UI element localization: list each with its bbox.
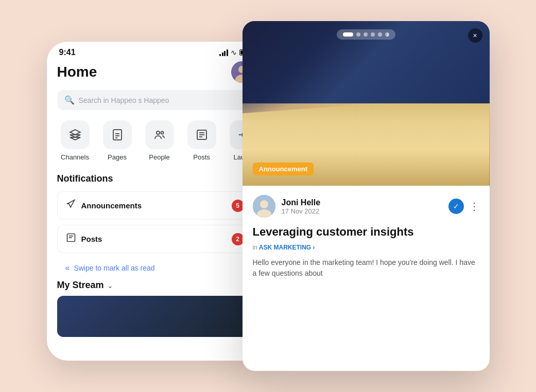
card-actions: ✓ ⋮ [448,199,479,214]
quick-links: Channels Pages [57,120,253,161]
dot-2 [356,32,360,37]
channels-label: Channels [61,153,89,161]
dot-5 [378,32,382,37]
page-title: Home [57,64,97,80]
dot-1 [343,32,353,37]
search-placeholder: Search in Happeo s Happeo [79,96,169,104]
quick-link-people[interactable]: People [142,120,178,161]
svg-point-25 [260,200,268,208]
posts-label: Posts [193,153,210,161]
pages-label: Pages [108,153,127,161]
dot-4 [371,32,375,37]
notifications-title: Notifications [57,173,253,184]
card-right: › × Announcement [243,21,490,371]
search-bar[interactable]: 🔍 Search in Happeo s Happeo [57,90,253,110]
pages-icon [103,120,132,149]
people-label: People [149,153,169,161]
close-button[interactable]: × [468,28,482,43]
announcements-badge: 5 [232,200,244,212]
card-author-info: Joni Helle 17 Nov 2022 [253,195,321,218]
swipe-icon: « [65,263,70,273]
posts-notif-label: Posts [81,235,102,243]
posts-badge: 2 [232,233,244,245]
people-icon [145,120,174,149]
posts-card[interactable]: Posts 2 [57,225,253,253]
check-icon: ✓ [453,202,459,210]
channel-name: ASK MARKETING [259,244,311,251]
announcement-badge: Announcement [253,163,314,175]
home-header: Home [57,61,253,83]
author-text: Joni Helle 17 Nov 2022 [282,198,321,215]
quick-link-pages[interactable]: Pages [99,120,135,161]
stream-thumbnail [57,296,253,337]
phone-content: Home 🔍 Search in Happeo s Happeo [47,61,263,337]
dot-3 [364,32,368,37]
posts-icon [187,120,216,149]
signal-icon [219,49,228,56]
quick-link-channels[interactable]: Channels [57,120,93,161]
channel-arrow-icon: › [313,244,315,251]
card-channel[interactable]: in ASK MARKETING › [253,244,479,251]
carousel-dots: › [337,29,395,40]
author-avatar-image [253,195,275,218]
card-image: › × Announcement [243,21,490,186]
announcements-left: Announcements [66,199,142,212]
svg-marker-3 [70,130,80,135]
card-body: Joni Helle 17 Nov 2022 ✓ ⋮ Leveraging cu… [243,186,490,288]
chevron-down-icon: ⌄ [107,281,113,290]
author-date: 17 Nov 2022 [282,207,321,215]
svg-point-10 [157,131,160,134]
search-icon: 🔍 [64,95,75,105]
card-author-row: Joni Helle 17 Nov 2022 ✓ ⋮ [253,195,479,218]
svg-point-11 [161,132,163,134]
swipe-hint[interactable]: « Swipe to mark all as read [57,258,253,278]
close-icon: × [473,31,477,40]
author-name: Joni Helle [282,198,321,207]
channels-icon [61,120,90,149]
posts-notif-icon [66,233,76,245]
announcements-label: Announcements [81,201,142,210]
card-excerpt: Hello everyone in the marketing team! I … [253,257,479,279]
channel-prefix: in [253,244,257,251]
desk-scene-image [243,21,490,186]
author-avatar [253,195,275,218]
announcements-card[interactable]: Announcements 5 [57,191,253,220]
wifi-icon: ∿ [231,48,237,57]
my-stream-title: My Stream [57,280,104,291]
quick-link-posts[interactable]: Posts [184,120,220,161]
more-options-button[interactable]: ⋮ [469,200,479,212]
status-bar: 9:41 ∿ [47,42,263,61]
app-scene: 9:41 ∿ Home [47,21,490,371]
card-title: Leveraging customer insights [253,225,479,240]
my-stream-header[interactable]: My Stream ⌄ [57,280,253,291]
svg-marker-5 [70,137,80,140]
announcements-icon [66,199,76,212]
carousel-next-icon[interactable]: › [386,30,389,39]
check-button[interactable]: ✓ [448,199,464,214]
phone-left: 9:41 ∿ Home [47,42,263,361]
swipe-label: Swipe to mark all as read [74,264,154,272]
posts-left: Posts [66,233,102,245]
time-display: 9:41 [59,48,76,57]
